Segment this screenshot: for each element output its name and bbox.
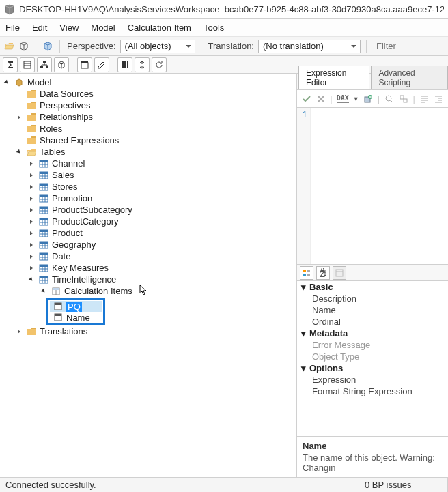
menu-file[interactable]: File (5, 23, 20, 33)
tree-relationships[interactable]: Relationships (12, 111, 296, 123)
hierarchy-icon[interactable] (37, 57, 52, 72)
expand-icon[interactable] (27, 183, 36, 191)
highlight-box: PQName (46, 298, 105, 325)
tree-table[interactable]: Key Measures (25, 262, 296, 274)
collapse-icon[interactable] (15, 148, 23, 156)
code-area[interactable] (311, 108, 448, 264)
prop-cat-options[interactable]: ▾Options (297, 362, 448, 374)
tree-table[interactable]: Channel (25, 158, 296, 169)
columns-icon[interactable] (117, 57, 132, 72)
accept-icon[interactable] (301, 93, 311, 105)
expression-editor[interactable]: 1 (297, 108, 448, 265)
expand-icon[interactable] (27, 218, 36, 226)
collapse-icon[interactable]: ▾ (301, 328, 309, 338)
table-icon (38, 240, 49, 250)
sigma-icon[interactable] (3, 57, 18, 72)
collapse-icon[interactable] (3, 78, 11, 87)
model-tree[interactable]: Model Data Sources Perspectives Relation… (0, 74, 297, 477)
window-icon[interactable] (77, 57, 92, 72)
replace-icon[interactable] (398, 93, 408, 105)
cursor-icon (139, 285, 148, 298)
tree-shared-expressions[interactable]: Shared Expressions (12, 134, 296, 146)
tree-table[interactable]: Stores (25, 181, 296, 192)
deploy-icon[interactable] (18, 40, 30, 53)
tree-root-model[interactable]: Model (0, 76, 296, 88)
open-icon[interactable] (3, 40, 15, 53)
expand-icon[interactable] (27, 171, 36, 179)
expand-icon[interactable] (27, 264, 36, 272)
tree-table[interactable]: ProductCategory (25, 216, 296, 227)
tree-table[interactable]: Geography (25, 239, 296, 250)
refresh-icon[interactable] (152, 57, 167, 72)
menu-view[interactable]: View (59, 23, 79, 33)
prop-format-string-expression[interactable]: Format String Expression (297, 386, 448, 397)
expand-icon[interactable] (27, 206, 36, 214)
expand-icon[interactable] (27, 160, 36, 168)
prop-cat-basic[interactable]: ▾Basic (297, 281, 448, 293)
cube-view-icon[interactable] (54, 57, 69, 72)
menu-tools[interactable]: Tools (204, 23, 224, 33)
expand-icon[interactable] (27, 252, 36, 261)
tree-table[interactable]: Date (25, 250, 296, 262)
tree-datasources[interactable]: Data Sources (12, 88, 296, 100)
expand-icon[interactable] (27, 229, 36, 237)
tree-translations[interactable]: Translations (12, 325, 296, 337)
prop-object-type[interactable]: Object Type (297, 351, 448, 362)
filter-input[interactable] (376, 41, 404, 51)
title-bar: DESKTOP-HH1V9AQ\AnalysisServicesWorkspac… (0, 0, 448, 19)
menu-model[interactable]: Model (91, 23, 115, 33)
expand-icon[interactable] (27, 194, 36, 203)
prop-error-message[interactable]: Error Message (297, 339, 448, 351)
alphabetical-icon[interactable]: AZ (316, 266, 330, 280)
tree-timeintelligence[interactable]: TimeIntelligence (25, 274, 296, 285)
tree-tables[interactable]: Tables (12, 146, 296, 158)
dax-label[interactable]: DAX (337, 94, 349, 103)
tree-perspectives[interactable]: Perspectives (12, 100, 296, 111)
edit-icon[interactable] (94, 57, 109, 72)
dropdown-arrow-icon[interactable]: ▼ (353, 96, 359, 102)
calc-item-pq[interactable]: PQ (50, 301, 102, 312)
tab-expression-editor[interactable]: Expression Editor (298, 66, 369, 89)
expand-icon[interactable] (15, 113, 23, 121)
toggle-icon[interactable] (135, 57, 150, 72)
tree-calculation-items[interactable]: Calculation Items (37, 285, 296, 297)
tree-table[interactable]: ProductSubcategory (25, 204, 296, 216)
prop-expression[interactable]: Expression (297, 374, 448, 386)
categorized-icon[interactable] (300, 266, 313, 280)
calc-item-name[interactable]: Name (50, 312, 102, 323)
search-icon[interactable] (384, 93, 394, 105)
perspective-dropdown[interactable]: (All objects) (120, 40, 195, 53)
separator: | (330, 93, 332, 104)
tree-table[interactable]: Product (25, 227, 296, 239)
list-icon[interactable] (20, 57, 35, 72)
menu-edit[interactable]: Edit (32, 23, 47, 33)
property-pages-icon[interactable] (333, 266, 346, 280)
tab-advanced-scripting[interactable]: Advanced Scripting (371, 66, 448, 89)
indent-icon[interactable] (419, 93, 430, 105)
prop-name[interactable]: Name (297, 304, 448, 316)
collapse-icon[interactable] (40, 287, 48, 295)
translation-dropdown[interactable]: (No translation) (258, 40, 361, 53)
expand-icon[interactable] (27, 241, 36, 249)
expand-icon[interactable] (15, 328, 23, 336)
separator (201, 40, 201, 53)
property-grid[interactable]: ▾Basic Description Name Ordinal ▾Metadat… (297, 281, 448, 436)
collapse-icon[interactable]: ▾ (301, 282, 309, 292)
prop-description[interactable]: Description (297, 293, 448, 304)
separator: | (412, 93, 415, 104)
prop-cat-metadata[interactable]: ▾Metadata (297, 328, 448, 339)
collapse-icon[interactable] (27, 276, 36, 284)
collapse-icon[interactable]: ▾ (301, 363, 309, 373)
table-icon (38, 274, 49, 285)
status-bp-issues[interactable]: 0 BP issues (359, 478, 448, 492)
svg-rect-42 (40, 218, 48, 220)
add-icon[interactable] (363, 93, 374, 105)
prop-ordinal[interactable]: Ordinal (297, 316, 448, 328)
tree-table[interactable]: Sales (25, 169, 296, 181)
cancel-icon[interactable] (316, 93, 326, 105)
outdent-icon[interactable] (434, 93, 444, 105)
tree-table[interactable]: Promotion (25, 192, 296, 204)
tree-roles[interactable]: Roles (12, 123, 296, 134)
menu-calculation-item[interactable]: Calculation Item (128, 23, 191, 33)
cube-icon[interactable] (42, 40, 54, 53)
